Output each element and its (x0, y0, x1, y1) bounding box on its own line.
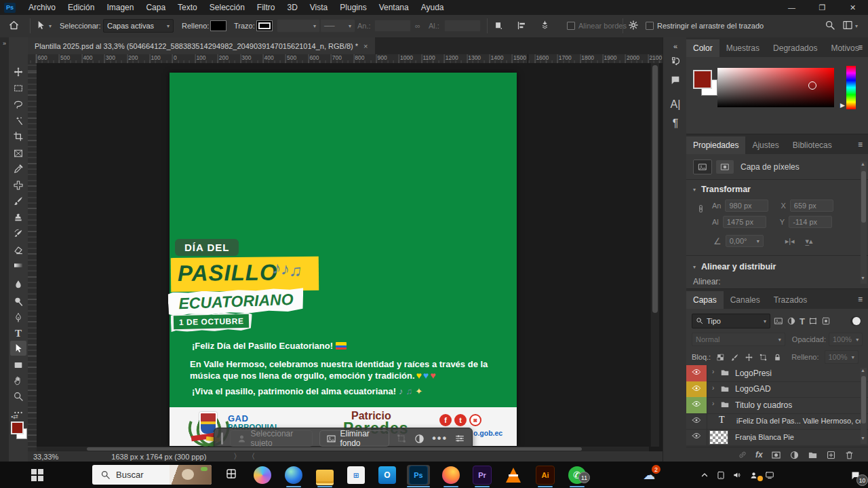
layer-effects-icon[interactable]: fx (755, 450, 763, 459)
color-tab-degradados[interactable]: Degradados (766, 39, 824, 57)
tool-object-selection[interactable] (10, 113, 26, 128)
taskbar-app-whatsapp[interactable]: ✆11 (567, 465, 587, 485)
pixel-layer-icon[interactable] (693, 159, 712, 174)
menu-vista[interactable]: Vista (304, 0, 334, 15)
align-section-header[interactable]: Alinear y distribuir (701, 262, 776, 271)
text-layer-thumbnail[interactable]: T (719, 415, 725, 426)
group-expand-chevron[interactable]: › (712, 400, 714, 407)
layer-visibility-eye-icon[interactable] (686, 413, 707, 430)
menu-imagen[interactable]: Imagen (100, 0, 140, 15)
tool-dodge[interactable] (10, 294, 26, 309)
layer-row-4[interactable]: TiFeliz Día del Pas... Valle Hermoso, ce (686, 413, 868, 430)
taskbar-app-edge[interactable] (283, 465, 304, 485)
status-next-icon[interactable]: 〉 (233, 451, 241, 462)
layer-mask-icon[interactable] (716, 160, 734, 174)
tool-crop[interactable] (10, 129, 26, 144)
menu-filtro[interactable]: Filtro (251, 0, 281, 15)
filter-toggle[interactable] (850, 316, 861, 326)
path-arrange-icon[interactable] (540, 15, 550, 37)
layers-tab-trazados[interactable]: Trazados (767, 291, 814, 309)
transform-section-header[interactable]: Transformar (701, 185, 751, 194)
more-options-icon[interactable]: ••• (432, 432, 448, 445)
workspace-icon[interactable]: ▾ (842, 15, 858, 37)
taskbar-app-vlc[interactable] (503, 465, 524, 485)
taskbar-app-copilot[interactable] (252, 465, 273, 485)
tool-move[interactable] (10, 64, 26, 79)
minimize-button[interactable]: — (776, 0, 807, 15)
horizontal-ruler[interactable]: 6005004003002001000100200300400500600700… (28, 54, 663, 64)
layer-name[interactable]: iFeliz Día del Pas... Valle Hermoso, ce (736, 417, 863, 425)
layer-row-2[interactable]: ›LogoGAD (686, 381, 868, 398)
layers-tab-canales[interactable]: Canales (724, 291, 767, 309)
filter-type-icon[interactable]: T (800, 316, 805, 326)
adjustment-icon[interactable] (414, 433, 425, 445)
hue-slider[interactable] (846, 66, 856, 109)
lock-artboard-icon[interactable] (759, 353, 768, 362)
tool-rectangular-marquee[interactable] (10, 81, 26, 96)
layer-row-5[interactable]: Franja Blanca Pie (686, 429, 868, 446)
current-tool-icon[interactable]: ▾ (35, 15, 52, 37)
restore-button[interactable]: ❐ (807, 0, 837, 15)
menu-texto[interactable]: Texto (172, 0, 203, 15)
constrain-checkbox[interactable]: Restringir el arrastre del trazado (646, 15, 764, 37)
color-menu-icon[interactable]: ≡ (858, 43, 863, 52)
color-tab-muestras[interactable]: Muestras (719, 39, 766, 57)
menu-archivo[interactable]: Archivo (22, 0, 62, 15)
stroke-swatch[interactable] (256, 20, 273, 31)
pathop-icon[interactable] (494, 15, 504, 37)
group-expand-chevron[interactable]: › (712, 384, 714, 392)
search-icon[interactable] (825, 15, 835, 37)
menu-ayuda[interactable]: Ayuda (415, 0, 450, 15)
tool-path-selection[interactable] (10, 341, 26, 356)
weather-icon[interactable]: ☁2 (639, 465, 659, 485)
horizontal-scrollbar-thumb[interactable] (87, 447, 582, 451)
tool-type[interactable]: T (10, 326, 26, 341)
filter-pixel-icon[interactable] (774, 316, 783, 326)
document-canvas[interactable]: DÍA DEL PASILLO ♪♪♫ ECUATORIANO 1 DE OCT… (170, 73, 517, 446)
start-button[interactable] (27, 465, 47, 485)
close-button[interactable]: ✕ (837, 0, 868, 15)
layers-tab-capas[interactable]: Capas (686, 291, 724, 309)
lock-all-icon[interactable] (773, 353, 782, 362)
horizontal-scrollbar[interactable] (37, 447, 649, 451)
tool-clone-stamp[interactable] (10, 210, 26, 225)
properties-scrollbar[interactable]: ▲ ▼ (861, 162, 867, 284)
collapse-dock-icon[interactable]: « (668, 39, 683, 54)
taskbar-app-firefox[interactable] (441, 465, 461, 485)
history-panel-icon[interactable] (668, 54, 683, 69)
layer-name[interactable]: LogoGAD (735, 384, 771, 394)
menu-ventana[interactable]: Ventana (373, 0, 415, 15)
foreground-color-swatch-tool[interactable] (11, 421, 24, 434)
fill-swatch[interactable] (210, 20, 226, 31)
taskbar-app-photoshop[interactable]: Ps (407, 465, 430, 485)
layer-visibility-eye-icon[interactable] (686, 429, 707, 445)
tray-network-icon[interactable] (760, 465, 780, 485)
taskbar-app-microsoft-store[interactable]: ⊞ (346, 465, 366, 485)
flip-vertical-icon[interactable]: ▾̲▴ (806, 237, 813, 246)
properties-sliders-icon[interactable] (454, 433, 465, 444)
taskbar-app-premiere[interactable]: Pr (472, 465, 492, 485)
menu-capa[interactable]: Capa (140, 0, 172, 15)
layers-scrollbar[interactable]: ▲ ▼ (861, 368, 867, 444)
properties-tab-ajustes[interactable]: Ajustes (745, 136, 785, 154)
swap-colors-icon[interactable]: ▪⇄ (11, 413, 18, 420)
filter-adjustment-icon[interactable] (787, 316, 796, 326)
taskbar-search[interactable]: Buscar (92, 465, 212, 485)
lock-pixels-icon[interactable] (730, 353, 739, 362)
vertical-ruler[interactable] (28, 63, 37, 462)
taskbar-app-outlook[interactable]: O (377, 465, 397, 485)
filter-smartobject-icon[interactable] (821, 316, 831, 326)
add-mask-icon[interactable] (771, 450, 781, 460)
new-layer-icon[interactable] (826, 450, 836, 460)
foreground-background-colors[interactable]: ▪⇄ (11, 415, 27, 445)
layer-row-1[interactable]: ›LogoPresi (686, 365, 868, 382)
context-bar-drag-handle[interactable] (221, 432, 223, 445)
new-group-icon[interactable] (808, 450, 818, 460)
tool-gradient[interactable] (10, 258, 26, 273)
document-tab-close-icon[interactable]: × (363, 42, 368, 50)
filter-shape-icon[interactable] (808, 316, 818, 326)
notification-center-icon[interactable]: 10 (845, 465, 865, 485)
vertical-scrollbar-thumb[interactable] (652, 65, 658, 313)
remove-background-button[interactable]: Eliminar fondo (319, 430, 390, 447)
gear-icon[interactable] (628, 15, 639, 37)
